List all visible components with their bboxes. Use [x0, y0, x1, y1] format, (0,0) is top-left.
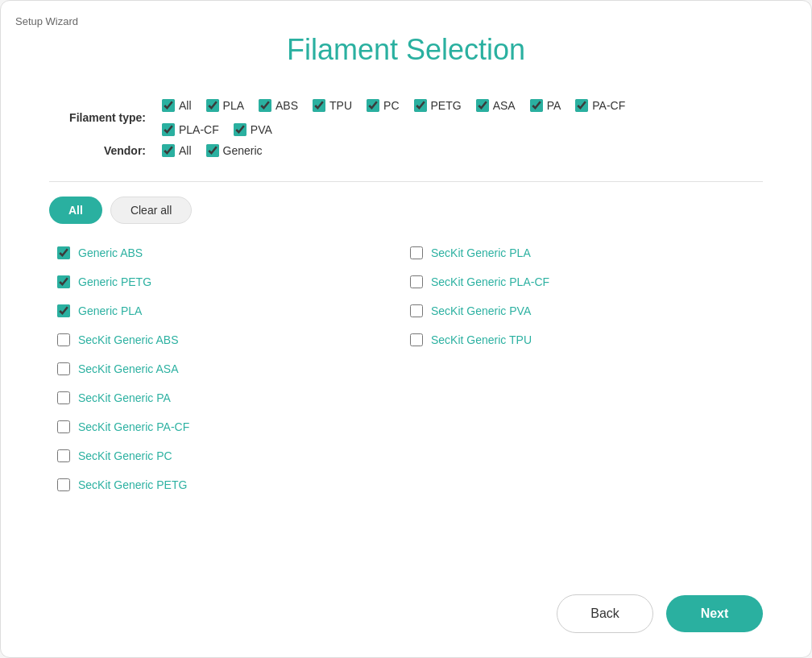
filament-type-all-checkbox[interactable]	[162, 99, 175, 112]
filament-type-pc[interactable]: PC	[367, 99, 399, 112]
setup-wizard-label: Setup Wizard	[15, 15, 78, 27]
filament-type-generic-checkbox[interactable]	[206, 144, 219, 157]
filament-item-generic-petg[interactable]: Generic PETG	[57, 267, 410, 296]
filament-checkbox-seckit-generic-pla[interactable]	[410, 246, 423, 259]
filament-checkbox-seckit-generic-pa-cf[interactable]	[57, 420, 70, 433]
filament-type-pa-cf[interactable]: PA-CF	[575, 99, 625, 112]
filament-type-generic[interactable]: Generic	[206, 144, 263, 157]
filament-checkbox-generic-pla[interactable]	[57, 304, 70, 317]
filament-checkbox-seckit-generic-abs[interactable]	[57, 333, 70, 346]
page-title: Filament Selection	[49, 33, 763, 67]
filament-checkbox-generic-abs[interactable]	[57, 246, 70, 259]
filament-type-options: AllPLAABSTPUPCPETGASAPAPA-CFPLA-CFPVA	[162, 99, 750, 136]
filament-item-seckit-generic-pla[interactable]: SecKit Generic PLA	[410, 238, 763, 267]
filament-type-all[interactable]: All	[162, 144, 192, 157]
filament-type-pc-checkbox[interactable]	[367, 99, 379, 112]
filament-list: Generic ABSGeneric PETGGeneric PLASecKit…	[57, 238, 763, 499]
filter-section: Filament type: AllPLAABSTPUPCPETGASAPAPA…	[49, 99, 763, 157]
filament-item-generic-abs[interactable]: Generic ABS	[57, 238, 410, 267]
filament-type-tpu[interactable]: TPU	[313, 99, 352, 112]
clear-all-button[interactable]: Clear all	[110, 197, 192, 224]
footer: Back Next	[1, 578, 811, 657]
filament-item-seckit-generic-pa[interactable]: SecKit Generic PA	[57, 383, 410, 412]
main-window: Setup Wizard Filament Selection Filament…	[0, 0, 812, 658]
filament-type-tpu-checkbox[interactable]	[313, 99, 325, 112]
filament-checkbox-seckit-generic-petg[interactable]	[57, 478, 70, 491]
filament-checkbox-seckit-generic-pla-cf[interactable]	[410, 275, 423, 288]
filament-type-abs-checkbox[interactable]	[259, 99, 271, 112]
next-button[interactable]: Next	[666, 595, 763, 632]
action-buttons: All Clear all	[49, 197, 763, 224]
filament-checkbox-seckit-generic-pva[interactable]	[410, 304, 423, 317]
filament-checkbox-seckit-generic-pc[interactable]	[57, 449, 70, 462]
filament-type-asa[interactable]: ASA	[476, 99, 516, 112]
filament-type-pa[interactable]: PA	[530, 99, 561, 112]
filament-type-petg[interactable]: PETG	[414, 99, 462, 112]
filament-type-petg-checkbox[interactable]	[414, 99, 427, 112]
filament-checkbox-seckit-generic-pa[interactable]	[57, 391, 70, 404]
back-button[interactable]: Back	[557, 594, 653, 633]
vendor-label: Vendor:	[49, 144, 162, 157]
filament-type-pa-cf-checkbox[interactable]	[575, 99, 588, 112]
vendor-options: AllGeneric	[162, 144, 263, 157]
filament-checkbox-generic-petg[interactable]	[57, 275, 70, 288]
filament-type-asa-checkbox[interactable]	[476, 99, 489, 112]
filament-type-pa-checkbox[interactable]	[530, 99, 543, 112]
filament-item-seckit-generic-petg[interactable]: SecKit Generic PETG	[57, 470, 410, 499]
filament-list-left: Generic ABSGeneric PETGGeneric PLASecKit…	[57, 238, 410, 499]
vendor-row: Vendor: AllGeneric	[49, 144, 763, 157]
filament-type-abs[interactable]: ABS	[259, 99, 298, 112]
filament-item-seckit-generic-pa-cf[interactable]: SecKit Generic PA-CF	[57, 412, 410, 441]
main-content: Filament Selection Filament type: AllPLA…	[1, 1, 811, 578]
filament-type-row: Filament type: AllPLAABSTPUPCPETGASAPAPA…	[49, 99, 763, 136]
filament-type-pla-cf-checkbox[interactable]	[162, 123, 175, 136]
filament-type-pla[interactable]: PLA	[206, 99, 244, 112]
filament-item-seckit-generic-pc[interactable]: SecKit Generic PC	[57, 441, 410, 470]
filament-item-seckit-generic-pva[interactable]: SecKit Generic PVA	[410, 296, 763, 325]
filament-item-seckit-generic-pla-cf[interactable]: SecKit Generic PLA-CF	[410, 267, 763, 296]
filament-checkbox-seckit-generic-asa[interactable]	[57, 362, 70, 375]
filament-item-seckit-generic-abs[interactable]: SecKit Generic ABS	[57, 325, 410, 354]
filament-type-label: Filament type:	[49, 111, 162, 124]
section-divider	[49, 181, 763, 182]
all-button[interactable]: All	[49, 197, 102, 224]
filament-item-generic-pla[interactable]: Generic PLA	[57, 296, 410, 325]
filament-type-pla-cf[interactable]: PLA-CF	[162, 123, 219, 136]
filament-type-pva[interactable]: PVA	[234, 123, 272, 136]
filament-item-seckit-generic-asa[interactable]: SecKit Generic ASA	[57, 354, 410, 383]
filament-type-all-checkbox[interactable]	[162, 144, 175, 157]
filament-type-pva-checkbox[interactable]	[234, 123, 246, 136]
filament-list-right: SecKit Generic PLASecKit Generic PLA-CFS…	[410, 238, 763, 499]
filament-checkbox-seckit-generic-tpu[interactable]	[410, 333, 423, 346]
filament-type-pla-checkbox[interactable]	[206, 99, 219, 112]
filament-item-seckit-generic-tpu[interactable]: SecKit Generic TPU	[410, 325, 763, 354]
filament-type-all[interactable]: All	[162, 99, 192, 112]
